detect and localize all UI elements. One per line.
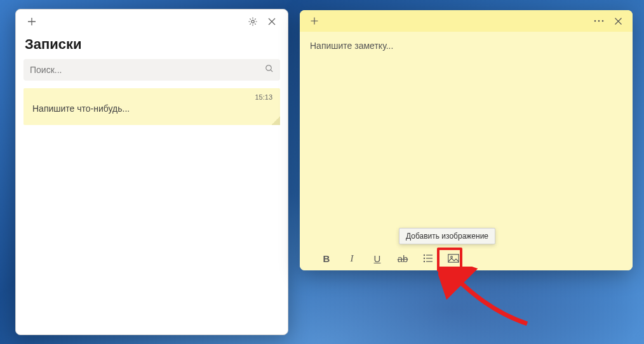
image-icon — [448, 254, 459, 263]
note-editor[interactable]: Напишите заметку... — [300, 32, 633, 246]
svg-point-4 — [602, 20, 604, 22]
strikethrough-button[interactable]: ab — [390, 248, 415, 268]
note-timestamp: 15:13 — [255, 93, 272, 101]
add-image-button[interactable] — [441, 248, 466, 268]
notes-list-window: Записки 15:13 Напишите что-нибудь... — [15, 9, 288, 335]
bullets-icon — [423, 254, 433, 263]
settings-button[interactable] — [243, 12, 262, 31]
search-input[interactable] — [30, 65, 265, 75]
bold-button[interactable]: B — [314, 248, 339, 268]
menu-icon — [594, 20, 604, 22]
new-note-button[interactable] — [305, 11, 324, 30]
svg-point-7 — [424, 261, 425, 262]
svg-point-0 — [252, 20, 254, 23]
bullet-list-button[interactable] — [415, 248, 441, 268]
tooltip-add-image: Добавить изображение — [399, 228, 495, 244]
close-button[interactable] — [262, 12, 281, 31]
note-placeholder: Напишите заметку... — [310, 41, 393, 51]
note-card[interactable]: 15:13 Напишите что-нибудь... — [23, 88, 280, 125]
sticky-titlebar — [300, 10, 633, 32]
svg-point-9 — [451, 256, 453, 258]
svg-point-6 — [424, 258, 425, 259]
plus-icon — [27, 17, 37, 27]
close-icon — [267, 17, 276, 26]
search-box[interactable] — [23, 59, 280, 81]
gear-icon — [248, 17, 258, 27]
page-title: Записки — [16, 34, 288, 59]
italic-button[interactable]: I — [339, 248, 365, 268]
plus-icon — [310, 17, 319, 25]
svg-rect-8 — [448, 255, 459, 262]
close-button[interactable] — [608, 11, 627, 30]
svg-point-2 — [594, 20, 596, 22]
notes-titlebar — [16, 10, 288, 34]
svg-point-1 — [266, 65, 271, 70]
note-preview: Напишите что-нибудь... — [32, 103, 271, 114]
format-toolbar: B I U ab — [300, 246, 633, 270]
search-icon — [265, 64, 274, 76]
menu-button[interactable] — [589, 11, 608, 30]
close-icon — [614, 17, 622, 25]
underline-button[interactable]: U — [365, 248, 390, 268]
svg-point-3 — [598, 20, 600, 22]
new-note-button[interactable] — [22, 12, 41, 31]
annotation-arrow — [438, 267, 540, 330]
svg-point-5 — [424, 255, 425, 256]
